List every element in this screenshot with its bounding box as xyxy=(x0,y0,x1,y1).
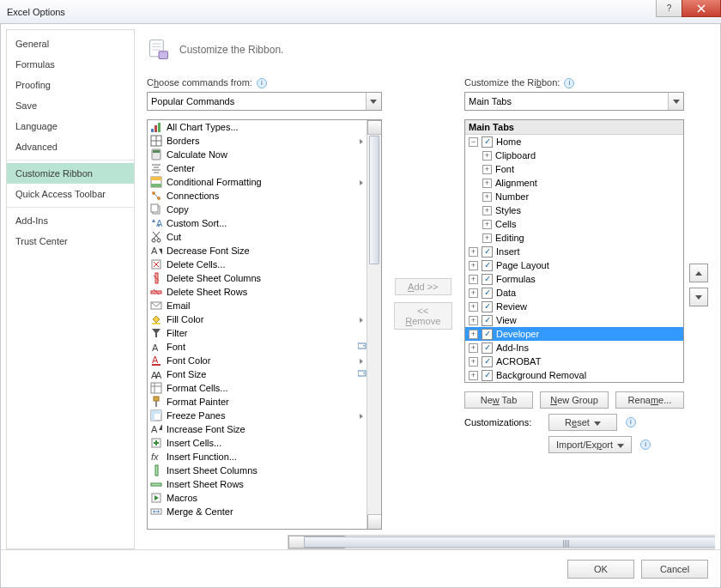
command-item[interactable]: Delete Cells... xyxy=(148,258,367,271)
command-item[interactable]: Delete Sheet Columns xyxy=(148,271,367,285)
rename-button[interactable]: Rename... xyxy=(615,391,684,409)
close-button[interactable] xyxy=(682,0,721,17)
command-item[interactable]: Conditional Formatting xyxy=(148,175,367,189)
checkbox[interactable] xyxy=(482,274,493,285)
tree-item[interactable]: +Editing xyxy=(465,231,683,245)
command-item[interactable]: Cut xyxy=(148,230,367,244)
command-item[interactable]: All Chart Types... xyxy=(148,120,367,134)
nav-item-add-ins[interactable]: Add-Ins xyxy=(7,210,134,231)
cancel-button[interactable]: Cancel xyxy=(641,560,708,579)
nav-item-formulas[interactable]: Formulas xyxy=(7,54,134,75)
tree-item[interactable]: +Add-Ins xyxy=(465,341,683,355)
help-button[interactable]: ? xyxy=(656,0,682,17)
command-item[interactable]: Format Painter xyxy=(148,395,367,409)
expand-toggle[interactable]: + xyxy=(469,247,478,257)
command-item[interactable]: fxInsert Function... xyxy=(148,450,367,464)
command-item[interactable]: A▲Increase Font Size xyxy=(148,422,367,436)
tree-item[interactable]: +Page Layout xyxy=(465,258,683,272)
command-item[interactable]: Copy xyxy=(148,203,367,216)
commands-scrollbar[interactable] xyxy=(367,120,381,529)
command-item[interactable]: Connections xyxy=(148,189,367,203)
scroll-thumb[interactable] xyxy=(304,536,715,548)
ribbon-tree[interactable]: Main Tabs−Home+Clipboard+Font+Alignment+… xyxy=(464,119,684,383)
scroll-up-button[interactable] xyxy=(367,120,382,135)
checkbox[interactable] xyxy=(482,342,493,354)
tree-item[interactable]: +Developer xyxy=(465,327,683,341)
info-icon[interactable]: i xyxy=(626,417,636,427)
checkbox[interactable] xyxy=(482,315,493,326)
nav-item-save[interactable]: Save xyxy=(7,95,134,116)
tree-item[interactable]: +View xyxy=(465,313,683,327)
info-icon[interactable]: i xyxy=(257,78,267,88)
checkbox[interactable] xyxy=(482,246,493,258)
checkbox[interactable] xyxy=(482,136,493,148)
expand-toggle[interactable]: + xyxy=(482,165,492,174)
info-icon[interactable]: i xyxy=(640,439,651,450)
command-item[interactable]: ACustom Sort... xyxy=(148,216,367,230)
reset-button[interactable]: Reset xyxy=(548,414,617,431)
expand-toggle[interactable]: + xyxy=(469,357,478,367)
command-item[interactable]: AFont Color xyxy=(148,354,367,367)
tree-item[interactable]: +Review xyxy=(465,300,683,313)
tree-item[interactable]: +Alignment xyxy=(465,176,683,190)
add-button[interactable]: Add >> xyxy=(395,278,451,295)
tree-item[interactable]: +ACROBAT xyxy=(465,355,683,368)
tree-item[interactable]: −Home xyxy=(465,135,683,149)
nav-item-proofing[interactable]: Proofing xyxy=(7,75,134,95)
scroll-down-button[interactable] xyxy=(367,514,382,529)
command-item[interactable]: Center xyxy=(148,161,367,175)
command-item[interactable]: Format Cells... xyxy=(148,381,367,395)
scroll-thumb[interactable] xyxy=(369,136,379,264)
checkbox[interactable] xyxy=(482,356,493,367)
expand-toggle[interactable]: + xyxy=(482,192,492,202)
expand-toggle[interactable]: + xyxy=(482,206,492,215)
expand-toggle[interactable]: + xyxy=(482,179,492,188)
command-item[interactable]: AFont xyxy=(148,340,367,354)
command-item[interactable]: Calculate Now xyxy=(148,148,367,161)
checkbox[interactable] xyxy=(482,260,493,271)
tree-item[interactable]: +Formulas xyxy=(465,272,683,286)
new-tab-button[interactable]: New Tab xyxy=(464,391,533,409)
tree-item[interactable]: +Font xyxy=(465,162,683,176)
nav-item-advanced[interactable]: Advanced xyxy=(7,136,134,157)
nav-item-language[interactable]: Language xyxy=(7,116,134,136)
info-icon[interactable]: i xyxy=(564,78,574,88)
tree-item[interactable]: +Styles xyxy=(465,203,683,217)
expand-toggle[interactable]: + xyxy=(469,288,478,298)
expand-toggle[interactable]: + xyxy=(469,330,478,339)
import-export-button[interactable]: Import/Export xyxy=(548,436,632,453)
remove-button[interactable]: << Remove xyxy=(394,302,452,330)
expand-toggle[interactable]: + xyxy=(469,261,478,270)
customize-ribbon-combo[interactable]: Main Tabs xyxy=(464,92,684,111)
checkbox[interactable] xyxy=(482,370,493,381)
tree-item[interactable]: +Data xyxy=(465,286,683,300)
move-down-button[interactable] xyxy=(689,288,708,306)
command-item[interactable]: Filter xyxy=(148,326,367,340)
expand-toggle[interactable]: + xyxy=(469,371,478,380)
command-item[interactable]: Delete Sheet Rows xyxy=(148,285,367,299)
expand-toggle[interactable]: + xyxy=(469,275,478,284)
checkbox[interactable] xyxy=(482,301,493,312)
command-item[interactable]: Insert Sheet Columns xyxy=(148,464,367,477)
command-item[interactable]: AAFont Size xyxy=(148,367,367,381)
command-item[interactable]: A▼Decrease Font Size xyxy=(148,244,367,258)
command-item[interactable]: Email xyxy=(148,299,367,312)
nav-item-trust-center[interactable]: Trust Center xyxy=(7,231,134,252)
nav-item-general[interactable]: General xyxy=(7,33,134,54)
command-item[interactable]: Merge & Center xyxy=(148,505,367,518)
nav-item-quick-access-toolbar[interactable]: Quick Access Toolbar xyxy=(7,184,134,204)
command-item[interactable]: Insert Sheet Rows xyxy=(148,477,367,491)
expand-toggle[interactable]: + xyxy=(482,151,492,161)
command-item[interactable]: Macros xyxy=(148,491,367,505)
checkbox[interactable] xyxy=(482,288,493,299)
expand-toggle[interactable]: + xyxy=(482,220,492,229)
tree-item[interactable]: +Insert xyxy=(465,245,683,258)
nav-item-customize-ribbon[interactable]: Customize Ribbon xyxy=(7,163,134,184)
expand-toggle[interactable]: + xyxy=(482,233,492,243)
move-up-button[interactable] xyxy=(689,264,708,282)
ok-button[interactable]: OK xyxy=(567,560,634,579)
command-item[interactable]: Insert Cells... xyxy=(148,436,367,450)
command-item[interactable]: Borders xyxy=(148,134,367,148)
tree-item[interactable]: +Number xyxy=(465,190,683,203)
command-item[interactable]: Fill Color xyxy=(148,312,367,326)
